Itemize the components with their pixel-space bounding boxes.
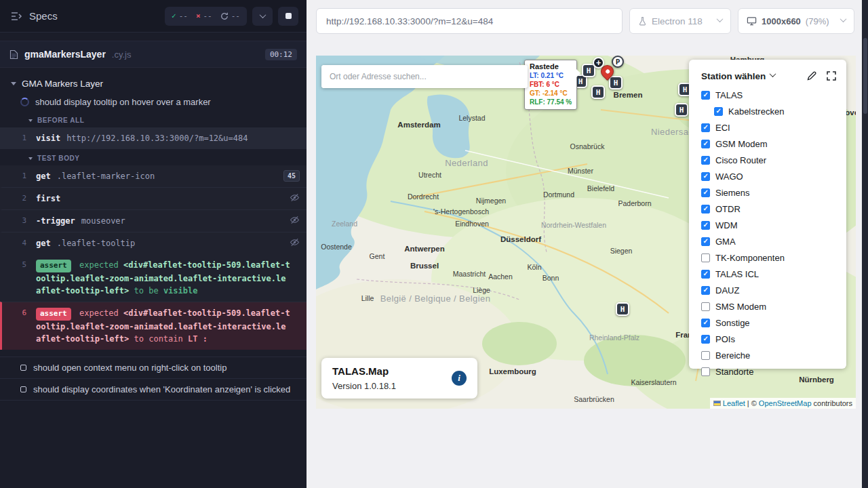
- checkbox[interactable]: [701, 91, 710, 100]
- pending-test-row[interactable]: should open context menu on right-click …: [0, 357, 307, 379]
- command-row-visit[interactable]: 1 visit http://192.168.10.33:3000/?m=12&…: [0, 127, 307, 149]
- station-filter-item[interactable]: WDM: [701, 220, 837, 230]
- before-all-section[interactable]: BEFORE ALL: [0, 111, 307, 127]
- spec-file-row[interactable]: gmaMarkersLayer .cy.js 00:12: [0, 41, 307, 68]
- stop-run-button[interactable]: [278, 7, 298, 26]
- station-filter-label: GMA: [715, 237, 736, 247]
- checkbox[interactable]: [701, 123, 710, 132]
- checkbox[interactable]: [701, 286, 710, 295]
- map-label: Osnabrück: [570, 142, 605, 150]
- command-args: .leaflet-tooltip: [57, 237, 136, 249]
- collapse-tests-button[interactable]: [252, 7, 273, 26]
- station-filter-item[interactable]: TK-Komponenten: [701, 253, 837, 263]
- checkbox[interactable]: [701, 172, 710, 181]
- station-filter-item[interactable]: TALAS: [701, 90, 837, 100]
- checkbox[interactable]: [701, 156, 710, 165]
- checkbox[interactable]: [714, 107, 723, 116]
- station-select-dropdown[interactable]: Station wählen: [701, 71, 775, 81]
- assert-commands: 5 assert expected <div#leaflet-tooltip-5…: [0, 254, 307, 350]
- station-filter-item[interactable]: OTDR: [701, 204, 837, 214]
- station-filter-item[interactable]: Sonstige: [701, 318, 837, 328]
- station-marker-icon[interactable]: H: [675, 103, 688, 117]
- chevron-down-icon: [770, 70, 776, 77]
- app-title: TALAS.Map: [332, 364, 396, 380]
- app-version: Version 1.0.18.1: [332, 380, 396, 393]
- command-row[interactable]: 2 first: [0, 187, 307, 209]
- station-filter-item[interactable]: Bereiche: [701, 350, 837, 361]
- checkbox[interactable]: [701, 253, 710, 262]
- pending-test-row[interactable]: should display coordinates when 'Koordin…: [0, 379, 307, 401]
- checkbox[interactable]: [701, 140, 710, 148]
- checkbox[interactable]: [701, 351, 710, 360]
- map-label: Gent: [370, 252, 385, 260]
- suite-row[interactable]: GMA Markers Layer: [0, 75, 307, 93]
- cypress-app: Specs ✓-- ×-- -- gmaMarkersLayer .cy.js …: [0, 0, 868, 488]
- station-filter-item[interactable]: ECI: [701, 123, 837, 133]
- station-filter-item[interactable]: Kabelstrecken: [714, 106, 837, 117]
- command-row[interactable]: 4 get .leaflet-tooltip: [0, 232, 307, 254]
- checkbox[interactable]: [701, 319, 710, 327]
- station-layer-panel: Station wählen: [689, 60, 846, 369]
- plus-marker-icon[interactable]: +: [593, 57, 604, 68]
- command-number: 5: [2, 259, 36, 271]
- scrollbar-thumb[interactable]: [863, 38, 867, 114]
- aut-url-input[interactable]: http://192.168.10.33:3000/?m=12&u=484: [316, 8, 623, 34]
- map-label: Münster: [568, 167, 593, 175]
- station-filter-item[interactable]: TALAS ICL: [701, 269, 837, 279]
- station-filter-label: DAUZ: [715, 285, 739, 296]
- station-filter-item[interactable]: GMA: [701, 237, 837, 247]
- station-filter-item[interactable]: WAGO: [701, 171, 837, 182]
- station-filter-item[interactable]: Standorte: [701, 367, 837, 377]
- command-assert-passed[interactable]: 5 assert expected <div#leaflet-tooltip-5…: [0, 254, 307, 302]
- map-label: Dordrecht: [408, 192, 439, 201]
- fullscreen-button[interactable]: [826, 70, 837, 81]
- map-label: Bonn: [542, 274, 559, 282]
- specs-menu-icon: [11, 12, 23, 21]
- station-filter-item[interactable]: DAUZ: [701, 285, 837, 296]
- checkbox[interactable]: [701, 335, 710, 344]
- spec-extension: .cy.js: [112, 49, 132, 60]
- active-test-row[interactable]: should display tooltip on hover over a m…: [0, 93, 307, 111]
- map-label: Nijmegen: [476, 197, 506, 205]
- browser-selector[interactable]: Electron 118: [629, 8, 731, 34]
- map-label: Maastricht: [453, 270, 486, 278]
- parking-marker-icon[interactable]: P: [612, 56, 624, 68]
- command-args: .leaflet-marker-icon: [57, 170, 155, 182]
- station-filter-label: Sonstige: [715, 318, 750, 328]
- test-body-section[interactable]: TEST BODY: [0, 149, 307, 165]
- station-marker-icon[interactable]: H: [616, 302, 629, 316]
- viewport-monitor-icon: [747, 16, 757, 26]
- openstreetmap-link[interactable]: OpenStreetMap: [759, 399, 812, 407]
- station-filter-item[interactable]: SMS Modem: [701, 302, 837, 312]
- checkbox[interactable]: [701, 237, 710, 246]
- command-row[interactable]: 1 get .leaflet-marker-icon 45: [0, 165, 307, 187]
- aut-toolbar: http://192.168.10.33:3000/?m=12&u=484 El…: [307, 0, 868, 42]
- stop-icon: [285, 13, 292, 19]
- station-marker-icon[interactable]: H: [591, 85, 605, 99]
- viewport-selector[interactable]: 1000x660 (79%): [738, 8, 854, 34]
- command-row[interactable]: 3 -trigger mouseover: [0, 209, 307, 232]
- checkbox[interactable]: [701, 270, 710, 279]
- map-search-input[interactable]: [321, 65, 528, 88]
- aut-panel: http://192.168.10.33:3000/?m=12&u=484 El…: [307, 0, 868, 488]
- edit-button[interactable]: [806, 70, 817, 81]
- info-icon[interactable]: i: [452, 371, 467, 386]
- map-label: 's-Hertogenbosch: [433, 207, 489, 216]
- specs-menu-button[interactable]: Specs: [11, 10, 58, 22]
- station-filter-item[interactable]: Siemens: [701, 188, 837, 198]
- checkbox[interactable]: [701, 302, 710, 311]
- leaflet-link[interactable]: Leaflet: [723, 399, 745, 407]
- app-scrollbar[interactable]: [862, 0, 868, 488]
- checkbox[interactable]: [701, 221, 710, 230]
- station-filter-item[interactable]: Cisco Router: [701, 155, 837, 165]
- command-assert-failed[interactable]: 6 assert expected <div#leaflet-tooltip-5…: [0, 302, 307, 350]
- command-number: 6: [2, 307, 36, 319]
- checkbox[interactable]: [701, 205, 710, 214]
- leaflet-map[interactable]: Hamburg Bremen Hannover Niedersachsen Le…: [316, 56, 856, 409]
- checkbox[interactable]: [701, 188, 710, 197]
- pending-test-title: should display coordinates when 'Koordin…: [33, 384, 290, 394]
- checkbox[interactable]: [701, 367, 710, 376]
- station-filter-item[interactable]: POIs: [701, 334, 837, 344]
- station-marker-icon[interactable]: H: [609, 76, 623, 89]
- station-filter-item[interactable]: GSM Modem: [701, 139, 837, 149]
